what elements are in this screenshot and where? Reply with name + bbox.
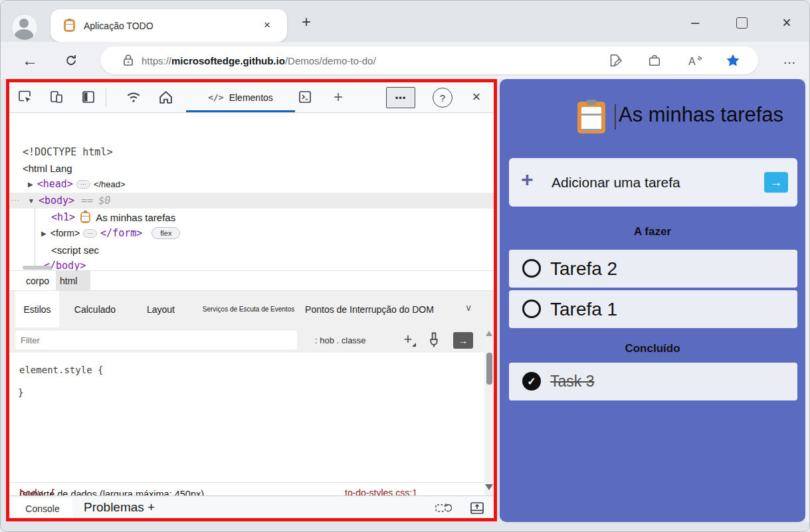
section-done-heading: Concluído — [500, 342, 805, 355]
task-row[interactable]: Tarefa 1 — [509, 290, 797, 328]
edit-page-icon[interactable] — [607, 53, 623, 69]
tab-console[interactable]: Console — [13, 498, 72, 519]
collapsed-ellipsis[interactable]: ··· — [76, 180, 90, 189]
dock-side-icon[interactable] — [78, 87, 98, 107]
refresh-button[interactable] — [58, 47, 84, 74]
horizontal-scrollbar-thumb[interactable] — [23, 266, 52, 270]
tab-event-listeners[interactable]: Serviços de Escuta de Eventos — [199, 291, 298, 327]
favorite-star-icon[interactable] — [725, 52, 741, 68]
browser-window: Aplicação TODO × + – × ← https://microso… — [0, 0, 810, 532]
address-bar-row: ← https://microsoftedge.github.io/Demos/… — [1, 42, 809, 79]
section-todo-heading: A fazer — [500, 225, 805, 238]
add-task-input[interactable]: Adicionar uma tarefa — [552, 158, 680, 207]
back-button[interactable]: ← — [17, 47, 43, 74]
console-drawer-bar: Console Problemas + — [9, 495, 494, 519]
add-task-card[interactable]: + Adicionar uma tarefa → — [509, 158, 797, 207]
todo-app-page: As minhas tarefas + Adicionar uma tarefa… — [500, 79, 805, 522]
tab-dom-breakpoints[interactable]: Pontos de Interrupção do DOM — [300, 291, 439, 327]
dom-body[interactable]: ▼ <body> == $0 — [28, 193, 110, 209]
submit-task-button[interactable]: → — [764, 172, 788, 193]
dom-html-open[interactable]: <html Lang — [23, 160, 72, 176]
task-checkbox[interactable] — [522, 259, 541, 278]
expand-panel-icon[interactable] — [469, 500, 485, 515]
scroll-up-icon[interactable] — [486, 331, 492, 336]
tab-close-icon[interactable]: × — [259, 17, 275, 33]
avatar-person-icon — [19, 19, 29, 28]
styles-filter-row: : hob . classe + → — [9, 327, 494, 353]
tab-styles[interactable]: Estilos — [15, 291, 59, 327]
stylesheet-link[interactable]: to-do-styles css:1 — [345, 488, 417, 495]
new-style-rule-icon[interactable]: + — [398, 329, 418, 349]
expand-arrow-icon[interactable]: ▶ — [28, 181, 33, 188]
task-checkbox[interactable] — [522, 300, 541, 318]
task-row-completed[interactable]: ✓ Task 3 — [509, 363, 797, 400]
settings-more-icon[interactable]: … — [783, 52, 797, 67]
more-tabs-plus-icon[interactable]: + — [328, 87, 348, 107]
network-conditions-wifi-icon[interactable] — [124, 87, 144, 107]
new-tab-button[interactable]: + — [297, 13, 316, 31]
navigate-style-icon[interactable]: → — [453, 332, 473, 349]
node-gutter-dots: ··· — [11, 196, 20, 204]
collections-briefcase-icon[interactable] — [647, 53, 663, 69]
breadcrumb-body[interactable]: corpo — [22, 271, 53, 290]
tab-computed[interactable]: Calculado — [68, 291, 122, 327]
devtools-toolbar: </> Elementos + ••• ? × — [9, 82, 494, 113]
flex-badge[interactable]: flex — [152, 227, 180, 239]
customize-devtools-icon[interactable]: ••• — [386, 87, 415, 108]
element-style-rule[interactable]: element.style { — [19, 365, 103, 375]
code-brackets-icon: </> — [208, 92, 223, 102]
dom-script[interactable]: <script sec — [51, 242, 99, 258]
todo-title: As minhas tarefas — [619, 103, 783, 127]
inspect-element-icon[interactable] — [15, 87, 35, 107]
hover-class-toggles[interactable]: : hob . classe — [315, 327, 366, 353]
lock-icon[interactable] — [120, 52, 136, 68]
styles-scrollbar-thumb[interactable] — [486, 353, 492, 385]
h1-clipboard-icon — [80, 212, 90, 223]
collapsed-ellipsis[interactable]: ··· — [83, 229, 97, 238]
dom-form[interactable]: ▶ <form> ··· </form> flex — [41, 225, 180, 241]
devtools-close-icon[interactable]: × — [466, 87, 486, 107]
tab-title: Aplicação TODO — [84, 9, 153, 42]
device-emulation-icon[interactable] — [47, 87, 66, 107]
styles-filter-input[interactable] — [15, 331, 297, 349]
styles-tab-bar: Estilos Calculado Layout Serviços de Esc… — [9, 291, 494, 327]
tab-layout[interactable]: Layout — [142, 291, 179, 327]
browser-tab[interactable]: Aplicação TODO × — [51, 9, 287, 42]
brush-icon[interactable] — [425, 331, 443, 349]
todo-title-row: As minhas tarefas — [500, 103, 805, 136]
arrow-right-icon: → — [770, 175, 783, 190]
task-row[interactable]: Tarefa 2 — [509, 250, 797, 288]
tab-problems[interactable]: Problemas + — [84, 496, 155, 519]
title-bar: Aplicação TODO × + – × — [1, 1, 809, 42]
svg-text:A: A — [688, 56, 696, 67]
task-checkbox-checked[interactable]: ✓ — [522, 372, 541, 391]
dom-h1[interactable]: <h1> As minhas tarefas — [51, 209, 175, 225]
page-scrollbar-track[interactable] — [805, 79, 810, 522]
window-close-button[interactable]: × — [772, 13, 801, 33]
read-aloud-icon[interactable]: A — [687, 53, 703, 69]
clipped-rule: body { to-do-styles css:1 — [9, 488, 484, 495]
refresh-frame-icon[interactable] — [435, 500, 451, 515]
breadcrumb-html[interactable]: html — [56, 271, 90, 290]
text-caret — [615, 104, 616, 130]
todo-clipboard-icon — [577, 102, 605, 133]
home-icon[interactable] — [155, 87, 175, 107]
scroll-down-icon[interactable] — [485, 484, 493, 490]
toolbar-separator — [106, 88, 106, 107]
styles-rules: element.style { } (suporte de dados (lar… — [9, 353, 484, 495]
tab-favicon-clipboard-icon — [64, 19, 75, 32]
dom-doctype[interactable]: <!DOCTYPE html> — [23, 144, 112, 160]
plus-icon: + — [521, 167, 534, 192]
chevron-down-icon[interactable]: ∨ — [465, 302, 472, 313]
tab-elements[interactable]: </> Elementos — [183, 82, 298, 112]
expand-arrow-icon[interactable]: ▶ — [41, 230, 47, 237]
collapse-arrow-icon[interactable]: ▼ — [28, 197, 35, 205]
help-icon[interactable]: ? — [433, 88, 453, 108]
profile-avatar[interactable] — [11, 14, 38, 41]
console-drawer-icon[interactable] — [295, 87, 315, 107]
url-bar[interactable]: https://microsoftedge.github.io/Demos/de… — [100, 46, 758, 74]
minimize-button[interactable]: – — [680, 13, 710, 33]
dom-tree: ··· <!DOCTYPE html> <html Lang ▶ <head> … — [9, 112, 494, 266]
maximize-button[interactable] — [727, 13, 756, 33]
dom-head[interactable]: ▶ <head> ··· </head> — [28, 176, 126, 192]
